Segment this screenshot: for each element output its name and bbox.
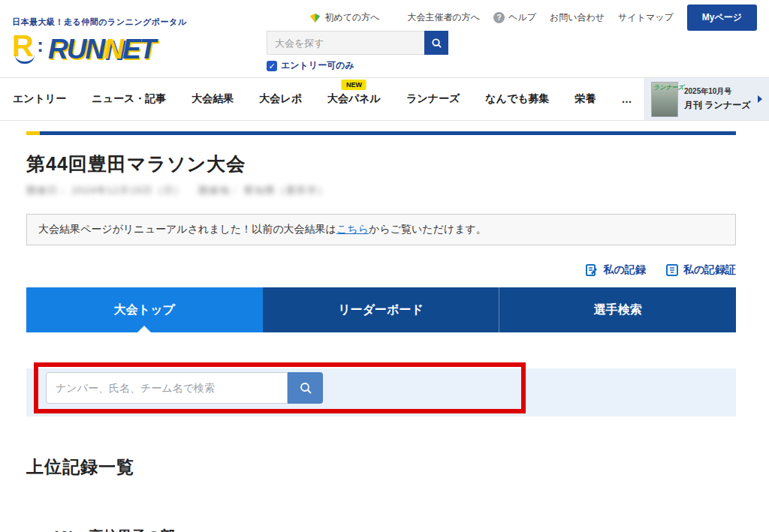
runnet-logo[interactable]: R: RUNNET xyxy=(12,31,187,64)
mypage-button[interactable]: Myページ xyxy=(687,5,757,31)
event-search-button[interactable] xyxy=(424,31,448,55)
utility-links: 初めての方へ 大会主催者の方へ ? ヘルプ お問い合わせ サイトマップ Myペー… xyxy=(309,5,757,31)
nav-nutrition[interactable]: 栄養 xyxy=(575,92,596,106)
site-header: 日本最大級！走る仲間のランニングポータル R: RUNNET ✓ エントリー可の… xyxy=(0,0,769,77)
nav-results[interactable]: 大会結果 xyxy=(191,92,234,106)
title-accent-rule xyxy=(26,131,736,135)
link-organizers[interactable]: 大会主催者の方へ xyxy=(394,11,481,24)
category-label: 10km高校男子の部 xyxy=(53,527,175,532)
memo-edit-icon xyxy=(585,263,599,277)
magazine-promo[interactable]: ランナーズ 2025年10月号 月刊 ランナーズ xyxy=(644,78,769,120)
renewal-notice: 大会結果ページがリニューアルされました！以前の大会結果はこちらからご覧いただけま… xyxy=(26,214,736,245)
nav-news[interactable]: ニュース・記事 xyxy=(92,92,166,106)
top-records-heading: 上位記録一覧 xyxy=(26,455,736,479)
category-row: 10km高校男子の部 xyxy=(26,527,736,532)
site-tagline: 日本最大級！走る仲間のランニングポータル xyxy=(12,17,187,28)
entry-available-filter[interactable]: ✓ エントリー可のみ xyxy=(267,59,448,72)
nav-entry[interactable]: エントリー xyxy=(13,92,66,106)
nav-recruit[interactable]: なんでも募集 xyxy=(485,92,549,106)
event-tabs: 大会トップ リーダーボード 選手検索 xyxy=(26,287,736,332)
tab-event-top[interactable]: 大会トップ xyxy=(26,287,263,332)
event-page-content: 第44回豊田マラソン大会 開催日： 2024年12月15日（日） 開催地： 愛知… xyxy=(0,131,769,532)
nav-more[interactable]: … xyxy=(622,93,632,105)
magazine-cover-image: ランナーズ xyxy=(651,82,678,117)
search-icon xyxy=(299,381,312,395)
previous-results-link[interactable]: こちら xyxy=(336,223,369,235)
event-title: 第44回豊田マラソン大会 xyxy=(26,152,736,176)
athlete-search-form xyxy=(46,372,323,404)
entry-filter-label: エントリー可のみ xyxy=(281,59,354,72)
new-badge: NEW xyxy=(342,80,366,90)
event-search-box: ✓ エントリー可のみ xyxy=(267,31,448,72)
athlete-search-button[interactable] xyxy=(288,372,323,404)
my-certificate-link[interactable]: 私の記録証 xyxy=(665,263,736,277)
nav-panel[interactable]: NEW 大会パネル xyxy=(327,92,381,106)
nav-repo[interactable]: 大会レポ xyxy=(259,92,302,106)
athlete-search-input[interactable] xyxy=(46,372,288,404)
link-sitemap[interactable]: サイトマップ xyxy=(618,11,674,24)
brand-block[interactable]: 日本最大級！走る仲間のランニングポータル R: RUNNET xyxy=(12,17,187,64)
tab-athlete-search[interactable]: 選手検索 xyxy=(499,287,736,332)
personal-record-links: 私の記録 私の記録証 xyxy=(26,263,736,277)
nav-runners[interactable]: ランナーズ xyxy=(406,92,460,106)
checkbox-checked-icon[interactable]: ✓ xyxy=(267,61,277,71)
athlete-search-panel xyxy=(26,368,736,416)
link-beginners[interactable]: 初めての方へ xyxy=(309,11,379,24)
tab-leaderboard[interactable]: リーダーボード xyxy=(263,287,499,332)
chevron-right-icon xyxy=(758,95,762,103)
beginner-mark-icon xyxy=(309,13,321,23)
my-records-link[interactable]: 私の記録 xyxy=(585,263,645,277)
link-contact[interactable]: お問い合わせ xyxy=(550,11,605,24)
main-navigation: エントリー ニュース・記事 大会結果 大会レポ NEW 大会パネル ランナーズ … xyxy=(0,77,769,121)
runnet-logo-mark-icon: R: xyxy=(12,31,45,64)
link-help[interactable]: ? ヘルプ xyxy=(493,11,536,24)
search-icon xyxy=(431,38,442,49)
logo-smile-icon xyxy=(15,55,35,64)
certificate-icon xyxy=(665,263,679,277)
event-search-input[interactable] xyxy=(267,31,424,55)
person-icon xyxy=(394,13,404,23)
event-meta-blurred: 開催日： 2024年12月15日（日） 開催地： 愛知県（豊田市） xyxy=(26,184,736,197)
runnet-logo-text: RUNNET xyxy=(48,35,155,64)
magazine-title: 月刊 ランナーズ xyxy=(684,99,750,112)
annotation-highlight-box xyxy=(34,362,526,413)
question-circle-icon: ? xyxy=(493,12,505,23)
magazine-issue: 2025年10月号 xyxy=(684,86,750,97)
